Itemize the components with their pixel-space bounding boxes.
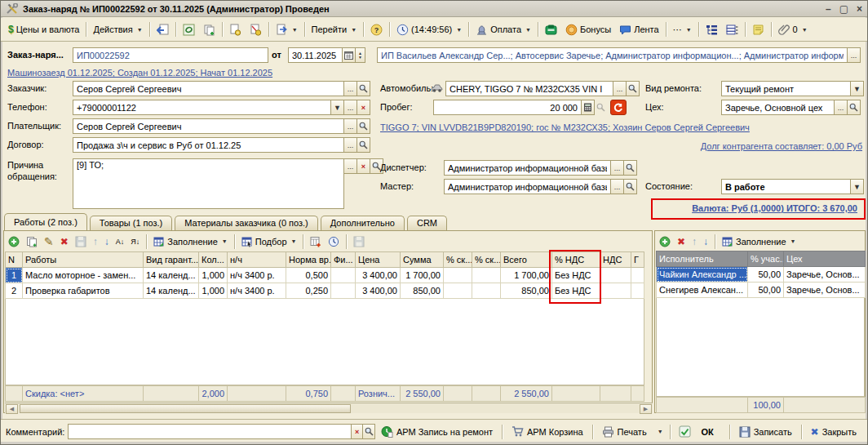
scroll-right-icon[interactable]: ▶ (640, 404, 652, 414)
feed-button[interactable]: Лента (615, 20, 662, 38)
reason-clear-button[interactable]: × (356, 158, 370, 174)
help-button[interactable]: ? (366, 20, 387, 38)
doc-number-input[interactable] (73, 47, 268, 63)
phone-field[interactable] (73, 100, 331, 115)
cell[interactable] (444, 283, 472, 299)
works-hscrollbar[interactable]: ◀ ▶ (5, 403, 653, 413)
currency-total-link[interactable]: Валюта: Руб (1,0000) ИТОГО: 3 670,00 (692, 203, 857, 213)
car-field[interactable] (445, 81, 613, 96)
doc-date-input[interactable] (288, 47, 343, 63)
cell[interactable]: 1 (6, 268, 23, 283)
unpost-document-button[interactable] (246, 20, 266, 38)
col-price[interactable]: Цена (356, 252, 401, 268)
state-dropdown[interactable]: ▼ (850, 179, 864, 194)
master-select-button[interactable]: ... (610, 179, 624, 194)
org-select-button[interactable]: ... (847, 47, 861, 63)
col-shop[interactable]: Цех (784, 251, 866, 267)
mileage-field[interactable] (433, 100, 582, 115)
tab-works[interactable]: Работы (2 поз.) (4, 213, 87, 230)
col-executor[interactable]: Исполнитель (657, 251, 748, 267)
minimize-button[interactable]: – (826, 3, 831, 15)
dispatcher-select-button[interactable]: ... (610, 160, 624, 176)
payer-field[interactable] (73, 118, 344, 134)
cell[interactable] (444, 268, 472, 283)
crm-button[interactable] (610, 100, 627, 115)
col-g[interactable]: Г (631, 252, 644, 268)
shop-open-button[interactable] (847, 100, 861, 115)
scroll-left-icon[interactable]: ◀ (6, 404, 18, 414)
note-button[interactable] (748, 20, 768, 38)
add-by-template-button[interactable] (308, 234, 324, 250)
calculator-icon[interactable] (581, 100, 595, 115)
cell[interactable]: 850,00 (401, 283, 444, 299)
move-up-button[interactable]: ↑ (689, 234, 699, 250)
cell[interactable]: 3 400,00 (356, 268, 401, 283)
sort-desc-button[interactable]: Я↓ (128, 234, 142, 250)
delete-row-button[interactable]: ✖ (675, 234, 688, 250)
cell[interactable]: 1 700,00 (401, 268, 444, 283)
col-n[interactable]: N (6, 252, 23, 268)
cell[interactable]: 14 календ... (144, 283, 199, 299)
bonuses-button[interactable]: Бонусы (561, 20, 615, 38)
cell[interactable]: 3 400,00 (356, 283, 401, 299)
goto-menu-button[interactable]: Перейти▼ (308, 20, 361, 38)
attachments-button[interactable]: 0▼ (774, 20, 812, 38)
arm-cart-button[interactable]: АРМ Корзина (506, 423, 589, 441)
order-dates-link[interactable]: Машинозаезд 01.12.2025; Создан 01.12.202… (7, 68, 272, 78)
cell[interactable] (472, 283, 501, 299)
cell[interactable] (600, 268, 631, 283)
cell[interactable] (331, 283, 356, 299)
calendar-icon[interactable] (342, 47, 356, 63)
tab-customer-materials[interactable]: Материалы заказчика (0 поз.) (175, 216, 318, 230)
sort-asc-button[interactable]: А↓ (113, 234, 127, 250)
col-sum[interactable]: Сумма (401, 252, 444, 268)
output-menu-button[interactable]: ▼ (272, 20, 302, 38)
dispatcher-open-button[interactable] (623, 160, 637, 176)
col-disc1[interactable]: % ск... (444, 252, 472, 268)
cell[interactable] (472, 268, 501, 283)
arm-record-button[interactable]: АРМ Запись на ремонт (375, 423, 498, 441)
repair-type-dropdown[interactable]: ▼ (850, 81, 864, 96)
ok-button[interactable]: ОК (673, 423, 725, 441)
cell[interactable]: 50,00 (748, 283, 784, 298)
cell[interactable]: Заречье, Основ... (784, 267, 866, 283)
reread-button[interactable] (153, 20, 173, 38)
tab-crm[interactable]: CRM (407, 216, 447, 230)
move-down-button[interactable]: ↓ (102, 234, 112, 250)
list-settings-button[interactable] (722, 20, 742, 38)
customer-field[interactable] (73, 81, 344, 96)
pick-menu-button[interactable]: Подбор▼ (239, 234, 299, 250)
cell[interactable]: 2 (6, 283, 23, 299)
col-fix[interactable]: Фи... (331, 252, 356, 268)
debt-link[interactable]: Долг контрагента составляет: 0,00 Руб (701, 141, 862, 151)
comment-open-button[interactable] (362, 424, 375, 439)
col-works[interactable]: Работы (23, 252, 144, 268)
cell[interactable]: 1,000 (199, 283, 228, 299)
save-button[interactable]: Записать (733, 423, 798, 441)
close-button[interactable]: × (857, 3, 862, 15)
contract-field[interactable] (73, 137, 344, 153)
shop-field[interactable] (721, 100, 835, 115)
dispatcher-field[interactable] (444, 160, 611, 176)
print-button[interactable]: Печать (596, 423, 653, 441)
refresh-button[interactable] (179, 20, 199, 38)
cell[interactable]: 0,500 (286, 268, 331, 283)
cell[interactable]: Масло моторное - замен... (23, 268, 144, 283)
structure-button[interactable] (702, 20, 722, 38)
cell[interactable]: Без НДС (552, 283, 600, 299)
post-document-button[interactable] (225, 20, 246, 38)
time-menu-button[interactable]: (14:49:56)▼ (392, 20, 466, 38)
cell[interactable]: н/ч 3400 р. (228, 268, 286, 283)
col-warranty[interactable]: Вид гарант... (144, 252, 199, 268)
phone-clear-button[interactable]: × (356, 100, 370, 115)
edit-row-button[interactable]: ✎ (42, 234, 56, 250)
comment-clear-button[interactable]: × (351, 424, 364, 439)
col-participation[interactable]: % учас... (748, 251, 784, 267)
col-total[interactable]: Всего (501, 252, 552, 268)
state-field[interactable] (721, 179, 851, 194)
add-row-button[interactable] (6, 234, 22, 250)
reason-field[interactable]: [9] ТО; (73, 158, 344, 209)
end-edit-button[interactable] (73, 234, 89, 250)
move-down-button[interactable]: ↓ (701, 234, 711, 250)
actions-menu-button[interactable]: Действия▼ (89, 20, 146, 38)
